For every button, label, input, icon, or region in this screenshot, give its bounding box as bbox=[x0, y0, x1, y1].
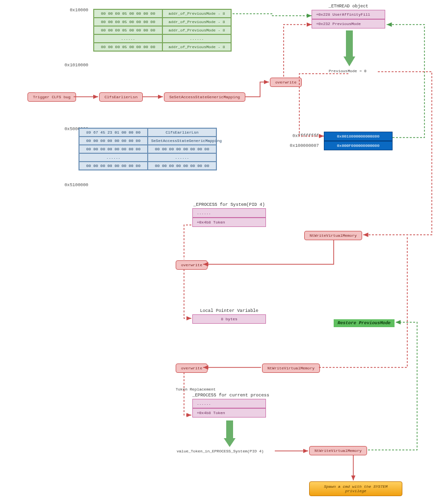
mem-region-lblue: 89 67 45 23 01 00 00 00ClfsEarlierLsn 00… bbox=[79, 128, 217, 170]
ntwritevm-1: NtWriteVirtualMemory bbox=[304, 231, 362, 240]
value-token-label: value_Token_in_EPROCESS_System(PID 4) bbox=[177, 449, 264, 453]
overwrite-2: overwrite bbox=[176, 260, 208, 270]
cell: addr_of_PreviousMode - 8 bbox=[162, 26, 231, 34]
data-row: 0x0018000000000800 bbox=[324, 132, 393, 141]
eprocess-system: _EPROCESS for System(PID 4) ...... +0x4b… bbox=[192, 202, 266, 227]
eprocess-current: _EPROCESS for current process ...... +0x… bbox=[192, 393, 269, 418]
cell: 00 00 00 00 00 00 00 00 bbox=[148, 162, 216, 170]
struct-row: +0x4b8 Token bbox=[192, 218, 266, 227]
overwrite-1: overwrite bbox=[270, 78, 302, 87]
struct-row: 8 bytes bbox=[192, 314, 266, 324]
restore-previousmode: Restore PreviousMode bbox=[334, 319, 395, 327]
ntwritevm-3: NtWriteVirtualMemory bbox=[309, 446, 367, 455]
clfs-earlier-lsn: ClfsEarlierLsn bbox=[99, 92, 143, 102]
trigger-clfs-bug: Trigger CLFS bug bbox=[27, 92, 76, 102]
svg-marker-0 bbox=[343, 56, 355, 66]
cell: ...... bbox=[162, 34, 231, 43]
cell: 00 00 00 05 00 00 00 00 bbox=[94, 43, 162, 51]
mem-region-green: 00 00 00 05 00 00 00 00addr_of_PreviousM… bbox=[93, 9, 232, 52]
cell: ...... bbox=[148, 153, 216, 162]
local-pointer-var: Local Pointer Variable 8 bytes bbox=[192, 308, 266, 324]
struct-row: +0x228 UserAffinityFill bbox=[312, 10, 385, 19]
token-replacement-label: Token Replacement bbox=[176, 387, 216, 391]
cell: 00 00 00 05 00 00 00 00 bbox=[94, 26, 162, 34]
cell: 00 00 00 00 00 00 00 00 bbox=[148, 145, 216, 153]
struct-title: _EPROCESS for current process bbox=[192, 393, 269, 398]
arrows-overlay bbox=[0, 0, 448, 503]
overwrite-3: overwrite bbox=[176, 363, 208, 373]
cell: 00 00 00 00 00 00 00 00 bbox=[79, 162, 148, 170]
cell: ClfsEarlierLsn bbox=[148, 128, 216, 137]
cell: SeSetAccessStateGenericMapping bbox=[148, 137, 216, 145]
svg-marker-1 bbox=[224, 438, 236, 447]
cell: 89 67 45 23 01 00 00 00 bbox=[79, 128, 148, 137]
cell: 00 00 00 00 00 00 00 00 bbox=[79, 137, 148, 145]
cell: 00 00 00 00 00 00 00 00 bbox=[79, 145, 148, 153]
data-row: 0x000F000000000000 bbox=[324, 141, 393, 150]
addr-0x1010000: 0x1010000 bbox=[54, 63, 88, 68]
addr-0x5100000: 0x5100000 bbox=[54, 183, 88, 188]
cell: ...... bbox=[94, 34, 162, 43]
struct-row: ...... bbox=[192, 399, 266, 408]
addr-0x100000007: 0x100000007 bbox=[285, 143, 319, 148]
cell: addr_of_PreviousMode - 8 bbox=[162, 43, 231, 51]
struct-row: ...... bbox=[192, 208, 266, 218]
ntwritevm-2: NtWriteVirtualMemory bbox=[262, 363, 320, 373]
struct-title: _EPROCESS for System(PID 4) bbox=[192, 202, 266, 207]
spawn-cmd-system: Spawn a cmd with the SYSTEM privilege bbox=[309, 481, 402, 496]
cell: ...... bbox=[79, 153, 148, 162]
addr-0xffffffff: 0xffffffff bbox=[290, 134, 319, 139]
cell: 00 00 00 05 00 00 00 00 bbox=[94, 18, 162, 26]
struct-title: Local Pointer Variable bbox=[192, 308, 266, 313]
struct-row: +0x4b8 Token bbox=[192, 408, 266, 418]
seset-access-state: SeSetAccessStateGenericMapping bbox=[164, 92, 245, 102]
ethread-struct: _ETHREAD object +0x228 UserAffinityFill … bbox=[312, 4, 385, 28]
addr-0x10000: 0x10000 bbox=[59, 8, 88, 13]
cell: addr_of_PreviousMode - 8 bbox=[162, 9, 231, 18]
struct-row: +0x232 PreviousMode bbox=[312, 19, 385, 28]
cell: 00 00 00 05 00 00 00 00 bbox=[94, 9, 162, 18]
struct-title: _ETHREAD object bbox=[312, 4, 385, 9]
cell: addr_of_PreviousMode - 8 bbox=[162, 18, 231, 26]
data-block-blue: 0x0018000000000800 0x000F000000000000 bbox=[324, 132, 393, 150]
prevmode-zero-label: PreviousMode = 0 bbox=[329, 69, 367, 73]
